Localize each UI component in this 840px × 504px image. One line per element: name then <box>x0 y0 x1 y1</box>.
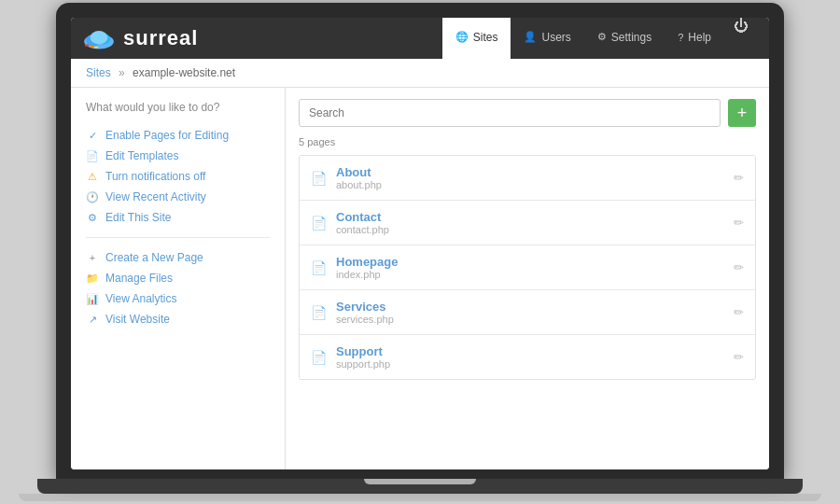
file-icon: 📄 <box>311 305 327 320</box>
edit-icon[interactable]: ✏ <box>734 171 744 185</box>
sites-icon: 🌐 <box>455 31 469 43</box>
search-input[interactable] <box>299 99 721 127</box>
page-info: Support support.php <box>336 344 734 370</box>
main-content: What would you like to do? ✓ Enable Page… <box>71 88 769 469</box>
menu-divider <box>86 237 270 238</box>
page-info: Homepage index.php <box>336 255 734 280</box>
left-panel: What would you like to do? ✓ Enable Page… <box>71 88 286 469</box>
edit-icon[interactable]: ✏ <box>734 260 744 274</box>
page-name[interactable]: About <box>336 165 734 179</box>
edit-icon[interactable]: ✏ <box>734 305 744 319</box>
table-row: 📄 Contact contact.php ✏ <box>300 201 755 245</box>
table-row: 📄 About about.php ✏ <box>300 156 755 201</box>
breadcrumb-root[interactable]: Sites <box>86 66 111 79</box>
page-file: about.php <box>336 179 734 190</box>
svg-rect-4 <box>85 44 89 46</box>
menu-edit-site[interactable]: ⚙ Edit This Site <box>86 207 270 228</box>
folder-icon: 📁 <box>86 273 99 285</box>
svg-rect-5 <box>90 46 93 48</box>
page-info: Contact contact.php <box>336 210 734 235</box>
menu-edit-templates[interactable]: 📄 Edit Templates <box>86 146 270 166</box>
file-icon: 📄 <box>311 350 327 365</box>
logo-icon <box>82 25 116 51</box>
menu-enable-pages[interactable]: ✓ Enable Pages for Editing <box>86 125 270 146</box>
laptop-base <box>19 494 821 501</box>
nav-tabs: 🌐 Sites 👤 Users ⚙ Settings ? Help <box>442 18 758 59</box>
tab-help[interactable]: ? Help <box>665 18 724 59</box>
breadcrumb-separator: » <box>119 66 125 79</box>
file-icon: 📄 <box>311 216 327 231</box>
topbar: surreal 🌐 Sites 👤 Users ⚙ Settings <box>71 18 769 59</box>
table-row: 📄 Support support.php ✏ <box>300 335 755 379</box>
tab-users[interactable]: 👤 Users <box>511 18 583 59</box>
logo-area: surreal <box>82 25 198 51</box>
add-page-button[interactable]: + <box>728 99 756 127</box>
laptop-notch <box>364 479 476 484</box>
pages-count: 5 pages <box>299 136 756 147</box>
clock-icon: 🕐 <box>86 191 99 203</box>
external-icon: ↗ <box>86 314 99 326</box>
menu-notifications[interactable]: ⚠ Turn notifications off <box>86 166 270 187</box>
svg-rect-6 <box>94 47 98 49</box>
page-file: services.php <box>336 314 734 325</box>
table-row: 📄 Services services.php ✏ <box>300 290 755 335</box>
page-name[interactable]: Support <box>336 344 734 358</box>
pages-list: 📄 About about.php ✏ 📄 Contact cont <box>299 155 756 380</box>
page-info: Services services.php <box>336 300 734 325</box>
help-icon: ? <box>678 32 683 43</box>
page-file: index.php <box>336 269 734 280</box>
menu-recent-activity[interactable]: 🕐 View Recent Activity <box>86 187 270 207</box>
gear-icon: ⚙ <box>86 212 99 224</box>
check-icon: ✓ <box>86 130 99 142</box>
doc-icon: 📄 <box>86 150 99 162</box>
chart-icon: 📊 <box>86 293 99 305</box>
menu-create-page[interactable]: + Create a New Page <box>86 247 270 268</box>
page-name[interactable]: Homepage <box>336 255 734 269</box>
tab-sites[interactable]: 🌐 Sites <box>442 18 511 59</box>
users-icon: 👤 <box>524 31 537 43</box>
tab-settings[interactable]: ⚙ Settings <box>584 18 665 59</box>
menu-manage-files[interactable]: 📁 Manage Files <box>86 268 270 288</box>
right-panel: + 5 pages 📄 About about.php ✏ <box>286 88 769 469</box>
power-button[interactable]: ⏻ <box>724 18 758 59</box>
plus-icon: + <box>86 252 99 263</box>
breadcrumb-current: example-website.net <box>133 66 235 79</box>
edit-icon[interactable]: ✏ <box>734 350 744 364</box>
svg-point-3 <box>91 31 108 44</box>
file-icon: 📄 <box>311 171 327 186</box>
page-file: contact.php <box>336 224 734 235</box>
logo-text: surreal <box>123 26 198 50</box>
table-row: 📄 Homepage index.php ✏ <box>300 245 755 290</box>
file-icon: 📄 <box>311 260 327 275</box>
breadcrumb: Sites » example-website.net <box>71 59 769 88</box>
settings-icon: ⚙ <box>597 31 607 43</box>
search-row: + <box>299 99 756 127</box>
page-name[interactable]: Contact <box>336 210 734 224</box>
warning-icon: ⚠ <box>86 171 99 183</box>
page-name[interactable]: Services <box>336 300 734 314</box>
page-info: About about.php <box>336 165 734 190</box>
menu-visit-website[interactable]: ↗ Visit Website <box>86 309 270 329</box>
edit-icon[interactable]: ✏ <box>734 216 744 230</box>
menu-view-analytics[interactable]: 📊 View Analytics <box>86 288 270 309</box>
panel-title: What would you like to do? <box>86 101 270 114</box>
laptop-bottom <box>37 479 803 494</box>
page-file: support.php <box>336 358 734 370</box>
